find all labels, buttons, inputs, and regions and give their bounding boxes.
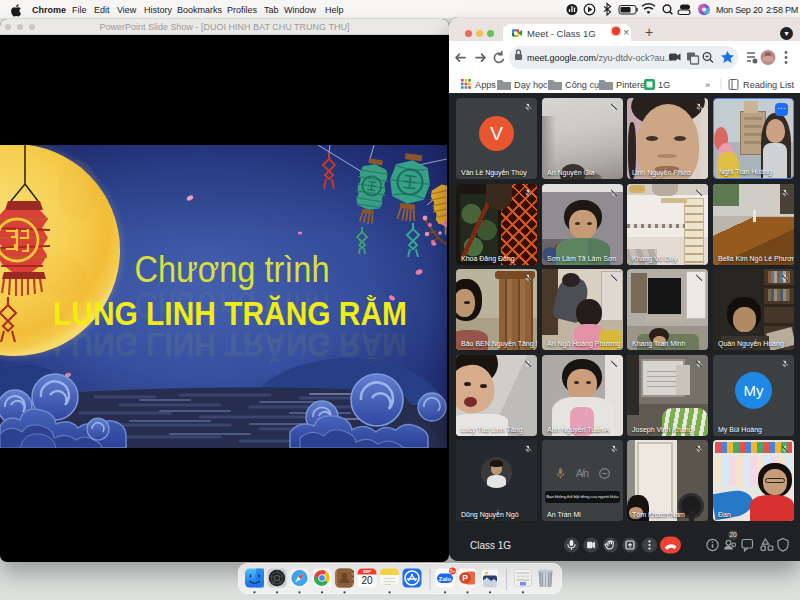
svg-text:Chương trình: Chương trình [134,248,329,289]
svg-text:P: P [462,573,468,583]
svg-text:Công cụ: Công cụ [565,80,599,90]
svg-text:Reading List: Reading List [743,80,795,90]
svg-text:meet.google.com/zyu-dtdv-ock?a: meet.google.com/zyu-dtdv-ock?au... [527,53,672,63]
svg-text:20: 20 [729,531,737,538]
svg-text:LUNG LINH TRĂNG RẰM: LUNG LINH TRĂNG RẰM [53,326,407,364]
svg-text:Zalo: Zalo [439,576,452,582]
svg-text:»: » [705,80,710,90]
svg-text:Apps: Apps [475,80,496,90]
svg-text:Dạy học: Dạy học [514,80,548,90]
svg-text:1G: 1G [658,80,670,90]
svg-text:20: 20 [361,575,373,586]
svg-text:SEP: SEP [363,569,371,574]
svg-text:5+: 5+ [450,569,456,574]
